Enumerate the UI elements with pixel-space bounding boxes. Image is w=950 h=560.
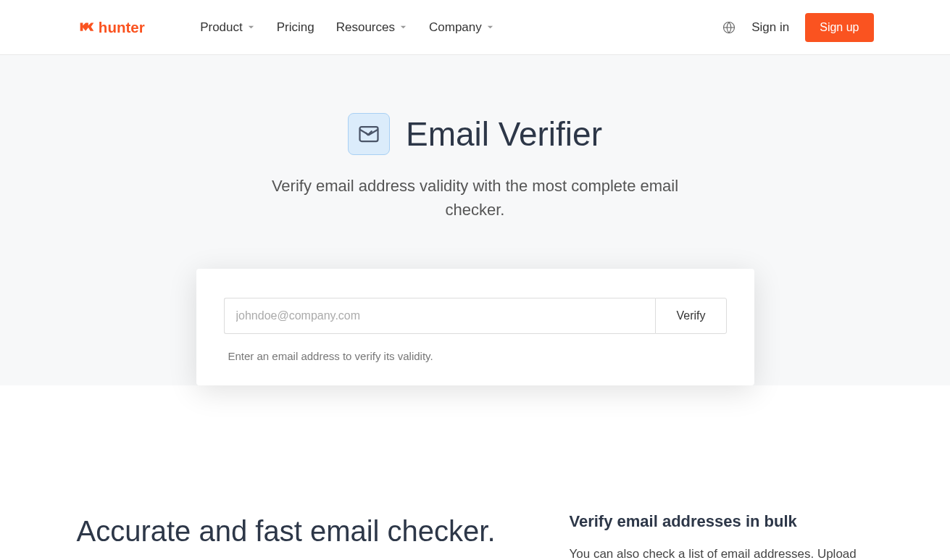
header-container: hunter Product Pricing Resources Company [62, 0, 888, 54]
verifier-icon-box [348, 113, 390, 155]
nav-product[interactable]: Product [200, 20, 255, 35]
hero-subtitle: Verify email address validity with the m… [258, 174, 693, 222]
chevron-down-icon [399, 23, 407, 31]
header-right: Sign in Sign up [722, 13, 873, 42]
content-section: Accurate and fast email checker. Verify … [62, 385, 888, 560]
bulk-heading: Verify email addresses in bulk [570, 512, 874, 531]
chevron-down-icon [486, 23, 494, 31]
hero-title-wrap: Email Verifier [14, 113, 936, 155]
email-input[interactable] [224, 298, 656, 334]
input-group: Verify [224, 298, 727, 334]
nav-pricing[interactable]: Pricing [277, 20, 314, 35]
nav-product-label: Product [200, 20, 243, 35]
logo-link[interactable]: hunter [77, 17, 172, 38]
nav-company-label: Company [429, 20, 482, 35]
content-left: Accurate and fast email checker. [77, 512, 512, 560]
hero-section: Email Verifier Verify email address vali… [0, 55, 950, 385]
email-check-icon [358, 123, 380, 145]
hunter-logo-icon: hunter [77, 17, 172, 38]
signin-link[interactable]: Sign in [751, 20, 789, 35]
verify-button[interactable]: Verify [655, 298, 726, 334]
svg-text:hunter: hunter [98, 18, 144, 35]
content-right: Verify email addresses in bulk You can a… [570, 512, 874, 560]
verifier-card: Verify Enter an email address to verify … [196, 269, 754, 385]
hint-text: Enter an email address to verify its val… [224, 350, 727, 362]
nav-company[interactable]: Company [429, 20, 494, 35]
nav-resources-label: Resources [336, 20, 395, 35]
bulk-text: You can also check a list of email addre… [570, 544, 874, 560]
nav-pricing-label: Pricing [277, 20, 314, 35]
chevron-down-icon [247, 23, 255, 31]
globe-icon[interactable] [722, 21, 736, 34]
page-title: Email Verifier [406, 114, 602, 154]
signup-button[interactable]: Sign up [805, 13, 873, 42]
header: hunter Product Pricing Resources Company [0, 0, 950, 55]
nav-resources[interactable]: Resources [336, 20, 407, 35]
content-heading: Accurate and fast email checker. [77, 512, 512, 550]
main-nav: Product Pricing Resources Company [200, 20, 722, 35]
